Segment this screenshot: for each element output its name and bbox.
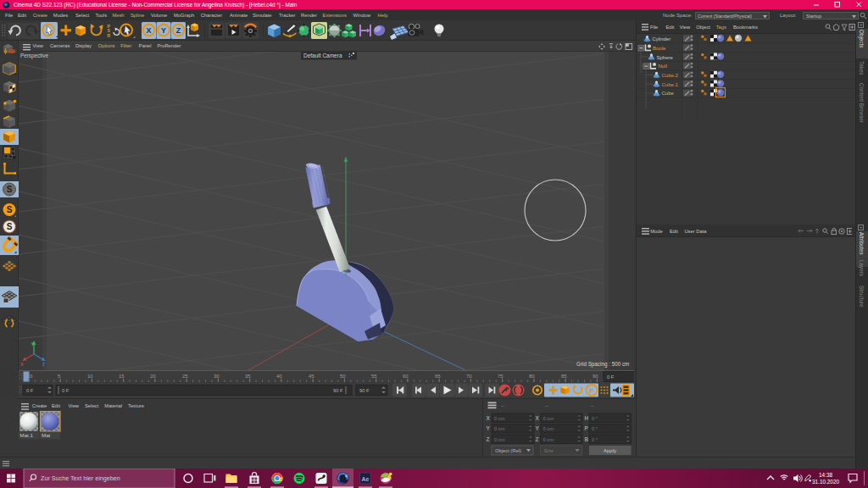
svg-text:65: 65	[435, 374, 441, 379]
svg-text:P: P	[585, 425, 589, 431]
svg-text:Perspective: Perspective	[20, 53, 48, 59]
svg-text:R: R	[108, 33, 111, 38]
svg-text:P: P	[589, 387, 594, 395]
svg-text:15: 15	[119, 374, 125, 379]
svg-text:X: X	[487, 415, 491, 421]
svg-text:Y: Y	[487, 425, 491, 431]
svg-text:0 cm: 0 cm	[543, 437, 554, 442]
svg-text:--: --	[591, 403, 594, 408]
svg-text:Size: Size	[544, 448, 554, 453]
svg-text:45: 45	[309, 374, 314, 379]
svg-text:--: --	[545, 403, 548, 408]
svg-text:Zur Suche Text hier eingeben: Zur Suche Text hier eingeben	[41, 474, 120, 482]
svg-text:Sphere: Sphere	[657, 55, 674, 60]
svg-text:31.10.2020: 31.10.2020	[812, 479, 839, 485]
svg-text:Z: Z	[487, 436, 490, 442]
svg-text:0 F: 0 F	[26, 388, 34, 393]
svg-text:0 F: 0 F	[607, 374, 615, 380]
svg-text:X: X	[146, 26, 151, 35]
svg-text:Default Camera: Default Camera	[303, 53, 342, 58]
svg-text:Y: Y	[536, 425, 540, 431]
svg-text:Cube.1: Cube.1	[662, 82, 679, 87]
svg-text:Cube.2: Cube.2	[662, 73, 679, 78]
svg-text:Null: Null	[659, 64, 667, 69]
svg-text:0 cm: 0 cm	[543, 416, 554, 421]
svg-text:85: 85	[561, 374, 567, 379]
svg-text:0 °: 0 °	[592, 426, 598, 431]
svg-text:Object (Rel): Object (Rel)	[495, 448, 521, 453]
svg-text:10: 10	[87, 374, 93, 379]
svg-text:Cube: Cube	[662, 91, 675, 96]
svg-text:80: 80	[529, 374, 535, 379]
svg-text:S: S	[7, 205, 13, 214]
svg-text:30: 30	[214, 374, 220, 379]
svg-text:S: S	[7, 185, 13, 194]
svg-text:B: B	[585, 436, 589, 442]
svg-text:35: 35	[245, 374, 251, 379]
svg-text:Z: Z	[176, 26, 181, 35]
svg-text:X: X	[20, 362, 24, 367]
svg-text:S: S	[7, 222, 13, 231]
svg-text:0: 0	[30, 374, 33, 379]
svg-text:90: 90	[593, 374, 598, 379]
svg-text:14:38: 14:38	[819, 472, 832, 478]
svg-text:90 F: 90 F	[359, 388, 370, 393]
svg-text:25: 25	[182, 374, 188, 379]
svg-text:Y: Y	[161, 26, 166, 35]
svg-text:55: 55	[371, 374, 377, 379]
svg-text:50: 50	[340, 374, 346, 379]
svg-text:Mat.1: Mat.1	[20, 432, 34, 438]
svg-text:5: 5	[58, 374, 61, 379]
svg-text:0 cm: 0 cm	[543, 426, 554, 431]
svg-text:0 cm: 0 cm	[494, 437, 505, 442]
svg-text:70: 70	[466, 374, 472, 379]
svg-text:Z: Z	[536, 436, 539, 442]
svg-text:75: 75	[498, 374, 504, 379]
svg-text:20: 20	[150, 374, 156, 379]
svg-text:0 °: 0 °	[592, 437, 598, 442]
svg-text:0 cm: 0 cm	[494, 426, 505, 431]
svg-text:Boole: Boole	[653, 46, 666, 51]
svg-text:0 cm: 0 cm	[494, 416, 505, 421]
svg-text:0 F: 0 F	[62, 388, 70, 393]
svg-text:90 F: 90 F	[333, 388, 343, 393]
svg-text:Apply: Apply	[604, 448, 616, 453]
svg-text:60: 60	[403, 374, 409, 379]
svg-text:Ae: Ae	[362, 476, 370, 482]
svg-text:Cylinder: Cylinder	[652, 36, 670, 42]
svg-text:--: --	[501, 403, 504, 408]
svg-text:Grid Spacing : 500 cm: Grid Spacing : 500 cm	[576, 361, 629, 368]
svg-text:Mat: Mat	[42, 432, 51, 438]
svg-text:X: X	[536, 415, 540, 421]
svg-text:Y: Y	[31, 341, 35, 347]
svg-text:0 °: 0 °	[592, 416, 598, 421]
svg-text:H: H	[585, 415, 589, 421]
svg-text:40: 40	[276, 374, 282, 379]
